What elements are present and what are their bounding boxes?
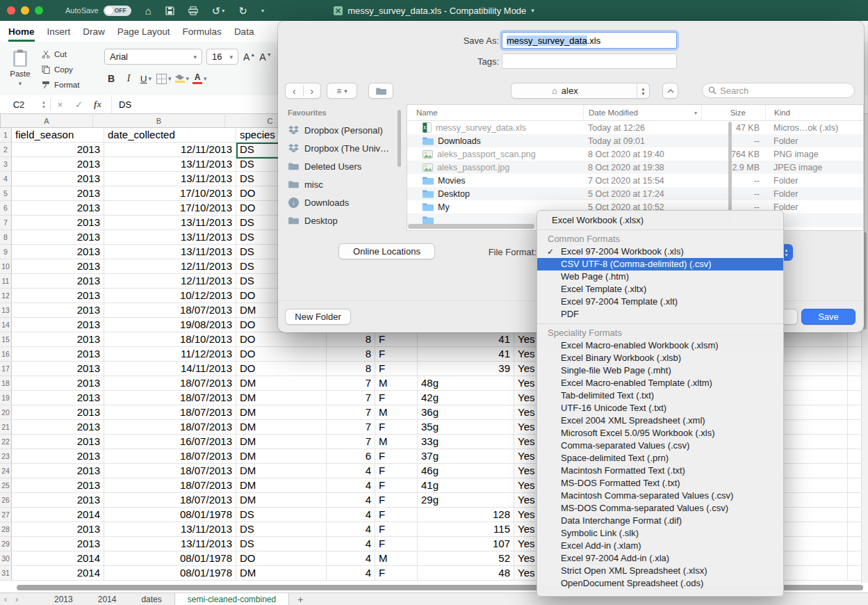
menu-item-ms-dos-comma-separated-values-csv[interactable]: MS-DOS Comma-separated Values (.csv) <box>537 502 783 515</box>
font-size-select[interactable]: 16 ▾ <box>206 49 238 65</box>
save-icon[interactable] <box>165 6 174 15</box>
sheet-scroll-left-button[interactable]: ‹ <box>0 593 11 605</box>
cell[interactable]: 18/07/2013 <box>104 303 236 318</box>
cell[interactable]: 4 <box>327 508 375 522</box>
cell[interactable]: DM <box>236 449 327 464</box>
row-number-7[interactable]: 7 <box>0 216 12 230</box>
cell[interactable]: 8 <box>327 362 375 376</box>
row-number-1[interactable]: 1 <box>0 128 12 143</box>
row-number-28[interactable]: 28 <box>0 522 12 537</box>
italic-button[interactable]: I <box>122 71 136 86</box>
cell[interactable]: F <box>375 347 418 362</box>
cell[interactable]: F <box>375 537 418 551</box>
cell[interactable]: 115 <box>418 522 514 537</box>
sheet-tab-dates[interactable]: dates <box>129 593 174 605</box>
cell[interactable]: 41 <box>418 332 514 347</box>
format-painter-button[interactable]: Format <box>39 78 82 92</box>
cell[interactable]: 8 <box>327 347 375 362</box>
menu-item-excel-binary-workbook-xlsb[interactable]: Excel Binary Workbook (.xlsb) <box>537 352 783 364</box>
sheet-tab-2013[interactable]: 2013 <box>42 593 85 605</box>
copy-button[interactable]: Copy <box>39 63 82 76</box>
cell[interactable]: 2013 <box>12 172 104 186</box>
cell[interactable]: 52 <box>418 551 514 566</box>
menu-item-ms-dos-formatted-text-txt[interactable]: MS-DOS Formatted Text (.txt) <box>537 477 783 490</box>
cell[interactable]: 2013 <box>12 362 104 376</box>
cell[interactable]: 18/10/2013 <box>104 332 236 347</box>
cell[interactable]: 35g <box>418 420 514 435</box>
cell[interactable]: DM <box>236 478 327 493</box>
menu-item-web-page-htm[interactable]: Web Page (.htm) <box>537 271 783 283</box>
cell[interactable]: 19/08/2013 <box>104 318 236 332</box>
cell[interactable]: 2013 <box>12 376 104 391</box>
search-input[interactable]: Search <box>702 83 855 98</box>
row-number-16[interactable]: 16 <box>0 347 12 362</box>
cell[interactable]: 7 <box>327 391 375 405</box>
cell[interactable]: 41g <box>418 478 514 493</box>
cell[interactable]: 13/11/2013 <box>104 157 236 172</box>
back-button[interactable]: ‹ <box>286 86 304 96</box>
file-row[interactable]: aleks_passport_scan.png8 Oct 2020 at 19:… <box>407 147 863 161</box>
cell[interactable]: F <box>375 566 418 581</box>
cell[interactable]: 18/07/2013 <box>104 464 236 478</box>
menu-item-excel-workbook-xlsx[interactable]: Excel Workbook (.xlsx) <box>537 214 783 227</box>
cell[interactable]: DS <box>236 522 327 537</box>
cell[interactable]: 2013 <box>12 537 104 551</box>
cell[interactable]: 128 <box>418 508 514 522</box>
cell[interactable]: 13/11/2013 <box>104 537 236 551</box>
cell[interactable]: 14/11/2013 <box>104 362 236 376</box>
row-number-24[interactable]: 24 <box>0 464 12 478</box>
row-number-25[interactable]: 25 <box>0 478 12 493</box>
sheet-scroll-right-button[interactable]: › <box>11 593 22 605</box>
insert-function-button[interactable]: fx <box>88 99 107 110</box>
cell[interactable]: 2013 <box>12 493 104 508</box>
ribbon-tab-formulas[interactable]: Formulas <box>183 21 222 42</box>
row-number-21[interactable]: 21 <box>0 420 12 435</box>
menu-item-utf-16-unicode-text-txt[interactable]: UTF-16 Unicode Text (.txt) <box>537 402 783 414</box>
column-header-a[interactable]: A <box>1 114 93 128</box>
cell[interactable]: 2013 <box>12 274 104 289</box>
row-number-18[interactable]: 18 <box>0 376 12 391</box>
cell[interactable]: M <box>375 405 418 420</box>
cell[interactable]: F <box>375 449 418 464</box>
cell[interactable]: 4 <box>327 464 375 478</box>
row-number-3[interactable]: 3 <box>0 157 12 172</box>
cell[interactable]: date_collected <box>104 128 236 143</box>
cell[interactable]: 36g <box>418 405 514 420</box>
column-header-name[interactable]: Name <box>407 105 583 120</box>
cell[interactable]: 48 <box>418 566 514 581</box>
ribbon-tab-draw[interactable]: Draw <box>83 21 105 42</box>
file-list-hscrollbar-thumb[interactable] <box>408 224 534 229</box>
menu-item-microsoft-excel-5-0-95-workbook-xls[interactable]: Microsoft Excel 5.0/95 Workbook (.xls) <box>537 427 783 439</box>
cell[interactable]: 46g <box>418 464 514 478</box>
sheet-tab-2014[interactable]: 2014 <box>85 593 129 605</box>
close-window-button[interactable] <box>7 6 15 15</box>
row-number-5[interactable]: 5 <box>0 186 12 201</box>
decrease-font-button[interactable]: A▼ <box>259 51 271 63</box>
cell[interactable]: 2013 <box>12 435 104 449</box>
new-folder-button[interactable]: New Folder <box>285 309 351 325</box>
zoom-window-button[interactable] <box>35 6 43 15</box>
cell[interactable]: DM <box>236 391 327 405</box>
sheet-tab-semi-cleaned-combined[interactable]: semi-cleaned-combined <box>174 593 289 605</box>
cell[interactable]: 08/01/1978 <box>104 551 236 566</box>
add-sheet-button[interactable]: + <box>289 593 311 605</box>
cell[interactable]: 2013 <box>12 464 104 478</box>
cell[interactable]: 18/07/2013 <box>104 405 236 420</box>
increase-font-button[interactable]: A▲ <box>243 51 255 63</box>
file-list-scrollbar-thumb[interactable] <box>728 122 732 225</box>
ribbon-tab-home[interactable]: Home <box>8 21 35 42</box>
sidebar-item-deleted-users[interactable]: Deleted Users <box>284 157 399 175</box>
row-number-15[interactable]: 15 <box>0 332 12 347</box>
cell[interactable]: 2013 <box>12 186 104 201</box>
up-directory-button[interactable] <box>662 83 678 99</box>
cell[interactable]: DM <box>236 376 327 391</box>
fill-color-button[interactable]: ▾ <box>175 71 190 86</box>
cell[interactable]: 39 <box>418 362 514 376</box>
menu-item-excel-97-2004-template-xlt[interactable]: Excel 97-2004 Template (.xlt) <box>537 296 783 308</box>
cell[interactable]: M <box>375 376 418 391</box>
autosave-toggle[interactable]: OFF <box>104 6 131 16</box>
file-row[interactable]: messy_survey_data.xlsToday at 12:2647 KB… <box>407 121 863 134</box>
cell[interactable]: F <box>375 391 418 405</box>
menu-item-tab-delimited-text-txt[interactable]: Tab-delimited Text (.txt) <box>537 389 783 402</box>
cell[interactable]: F <box>375 464 418 478</box>
